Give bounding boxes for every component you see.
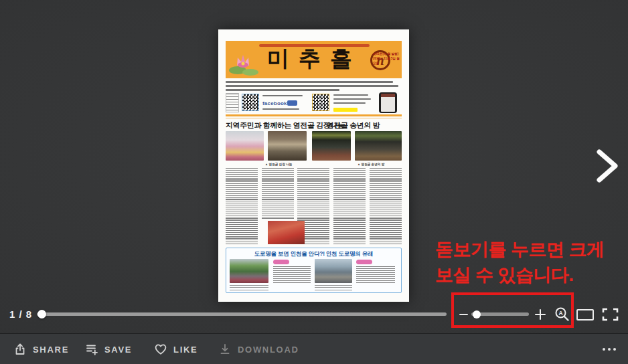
phone-screenshot — [379, 92, 397, 113]
like-button[interactable]: LIKE — [154, 334, 198, 364]
article-headline-right: 염전골 송년의 밤 — [312, 120, 394, 130]
document-viewer: 미추홀 n 제61호(매 월 발행) 2018년 11월 5일 월요일 face… — [0, 0, 628, 364]
body-text-column — [262, 168, 294, 219]
feature-photo-street — [230, 259, 268, 283]
publisher-line — [226, 85, 398, 87]
zoom-out-button[interactable] — [457, 308, 469, 321]
magnifier-tip-line2: 보실 수 있습니다. — [435, 263, 574, 287]
page-seek-thumb[interactable] — [37, 310, 46, 318]
share-icon — [13, 343, 27, 356]
fullscreen-button[interactable] — [602, 308, 619, 321]
issue-number: 제61호(매 월 발행) — [373, 52, 400, 57]
lotus-flower-illustration — [228, 50, 262, 76]
notice-mini-box — [226, 93, 239, 112]
newspaper-issue-info: 제61호(매 월 발행) 2018년 11월 5일 월요일 — [373, 52, 400, 66]
masthead-divider-thin — [226, 118, 402, 118]
newspaper-title: 미추홀 — [267, 48, 362, 70]
newspaper-masthead: 미추홀 n 제61호(매 월 발행) 2018년 11월 5일 월요일 — [226, 41, 402, 78]
photo-caption-left: ▲ 염전골 김장 나눔 — [250, 163, 307, 166]
page-counter: 1 / 8 — [9, 308, 32, 320]
download-icon — [218, 343, 232, 356]
magnifier-zoom-button[interactable]: A — [554, 306, 570, 323]
feature-caption-right — [315, 285, 352, 290]
feature-photo-road — [315, 259, 352, 283]
facebook-like-icon — [287, 100, 297, 106]
facebook-note-line — [262, 108, 299, 110]
dot-icon — [613, 348, 617, 351]
save-button[interactable]: SAVE — [85, 334, 132, 364]
fit-width-button[interactable] — [576, 309, 594, 321]
feature-headline: 도로명을 보면 인천을 안다?! 인천 도로명의 유래 — [226, 250, 401, 258]
kakaotalk-highlight — [333, 108, 358, 112]
body-text-column — [370, 168, 402, 244]
feature-tag-left — [273, 260, 289, 264]
minus-icon — [459, 314, 468, 315]
magnifier-tip-line1: 돋보기를 누르면 크게 — [435, 238, 605, 262]
share-label: SHARE — [33, 345, 69, 355]
masthead-divider — [226, 114, 402, 116]
share-button[interactable]: SHARE — [13, 334, 69, 364]
article-photo-inline — [268, 221, 305, 244]
feature-tag-right — [356, 260, 372, 264]
heart-icon — [154, 343, 167, 356]
zoom-slider-thumb[interactable] — [473, 310, 481, 318]
document-page-preview[interactable]: 미추홀 n 제61호(매 월 발행) 2018년 11월 5일 월요일 face… — [218, 29, 409, 302]
dot-icon — [608, 348, 611, 351]
body-text-column — [226, 168, 258, 244]
qr-code-kakao — [312, 94, 329, 111]
kakao-text-line-3 — [333, 102, 366, 104]
like-label: LIKE — [173, 345, 198, 355]
plus-icon — [535, 309, 546, 320]
feature-text-left — [273, 266, 311, 284]
editors-line — [226, 89, 339, 91]
more-options-button[interactable] — [603, 334, 617, 364]
article-photo-kimchi-2 — [268, 131, 307, 161]
page-seek-bar[interactable] — [37, 312, 447, 316]
facebook-caption-line — [262, 95, 303, 96]
issue-date: 2018년 11월 5일 월요일 — [373, 57, 400, 66]
download-button[interactable]: DOWNLOAD — [218, 334, 299, 364]
article-photo-kimchi-1 — [226, 131, 264, 161]
zoom-in-button[interactable] — [535, 309, 546, 320]
body-text-column — [333, 168, 366, 244]
feature-caption-left — [230, 285, 268, 290]
save-to-list-icon — [85, 343, 98, 356]
action-bar: SHARE SAVE LIKE — [0, 333, 628, 364]
feature-text-right — [356, 266, 395, 284]
kakao-text-line-2 — [333, 98, 371, 100]
dot-icon — [603, 348, 606, 351]
next-page-button[interactable] — [593, 147, 621, 185]
save-label: SAVE — [104, 345, 132, 355]
kakao-text-line-1 — [333, 94, 368, 96]
facebook-wordmark: facebook — [262, 100, 287, 106]
qr-code-facebook — [242, 94, 259, 111]
download-label: DOWNLOAD — [238, 345, 299, 355]
magnifier-letter: A — [558, 310, 562, 316]
article-photo-yearend-2 — [355, 131, 402, 161]
photo-caption-right: ▲ 염전골 송년의 밤 — [342, 163, 400, 166]
feature-article-box: 도로명을 보면 인천을 안다?! 인천 도로명의 유래 — [226, 248, 402, 293]
address-line — [226, 81, 393, 83]
article-photo-yearend-1 — [312, 131, 351, 161]
